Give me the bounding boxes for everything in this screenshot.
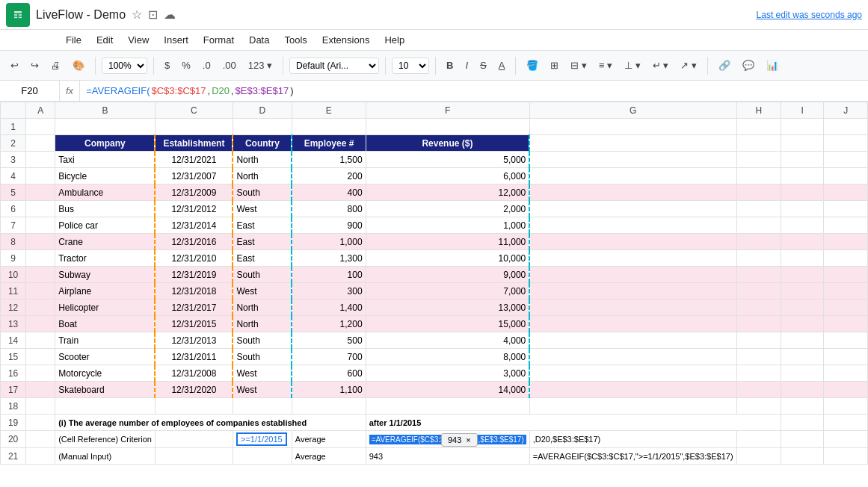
cell-J10[interactable] [824, 267, 868, 283]
align-btn[interactable]: ≡ ▾ [594, 58, 617, 73]
cell-A1[interactable] [26, 119, 55, 135]
cell-F15[interactable]: 8,000 [366, 349, 529, 365]
cell-ref-input[interactable] [0, 81, 60, 101]
criterion-input[interactable]: >=1/1/2015 [236, 432, 287, 446]
cell-J16[interactable] [824, 365, 868, 382]
cell-F11[interactable]: 7,000 [366, 283, 529, 300]
menu-tools[interactable]: Tools [278, 33, 313, 47]
cell-I4[interactable] [781, 168, 824, 184]
cell-G11[interactable] [529, 283, 736, 300]
cell-C18[interactable] [155, 398, 233, 415]
cell-D11[interactable]: West [233, 283, 292, 300]
cell-A8[interactable] [26, 234, 55, 250]
chart-btn[interactable]: 📊 [762, 58, 783, 73]
cell-H8[interactable] [736, 234, 781, 250]
cell-C14[interactable]: 12/31/2013 [155, 332, 233, 349]
cell-E4[interactable]: 200 [292, 168, 366, 184]
wrap-btn[interactable]: ↵ ▾ [648, 58, 674, 73]
cell-G10[interactable] [529, 267, 736, 283]
cell-F3[interactable]: 5,000 [366, 152, 529, 168]
cell-D15[interactable]: South [233, 349, 292, 365]
cell-H13[interactable] [736, 316, 781, 332]
cell-H10[interactable] [736, 267, 781, 283]
cell-G15[interactable] [529, 349, 736, 365]
cell-A3[interactable] [26, 152, 55, 168]
cell-I15[interactable] [781, 349, 824, 365]
cell-I8[interactable] [781, 234, 824, 250]
cell-C20[interactable] [155, 431, 233, 448]
cell-D18[interactable] [233, 398, 292, 415]
cell-D1[interactable] [233, 119, 292, 135]
cell-G17[interactable] [529, 382, 736, 398]
cell-G13[interactable] [529, 316, 736, 332]
cell-B12[interactable]: Helicopter [55, 300, 156, 316]
cell-E9[interactable]: 1,300 [292, 250, 366, 267]
bold-btn[interactable]: B [442, 58, 458, 73]
cell-D6[interactable]: West [233, 201, 292, 217]
decimal-less-btn[interactable]: .0 [198, 58, 215, 73]
merge-btn[interactable]: ⊟ ▾ [566, 58, 591, 73]
cell-E8[interactable]: 1,000 [292, 234, 366, 250]
cell-D14[interactable]: South [233, 332, 292, 349]
cell-J14[interactable] [824, 332, 868, 349]
decimal-more-btn[interactable]: .00 [218, 58, 241, 73]
cell-E11[interactable]: 300 [292, 283, 366, 300]
cell-B2-company[interactable]: Company [55, 135, 156, 152]
cell-A16[interactable] [26, 365, 55, 382]
cell-G9[interactable] [529, 250, 736, 267]
cell-E10[interactable]: 100 [292, 267, 366, 283]
cell-C7[interactable]: 12/31/2014 [155, 217, 233, 234]
cell-I6[interactable] [781, 201, 824, 217]
menu-view[interactable]: View [122, 33, 155, 47]
col-I[interactable]: I [781, 102, 824, 119]
cell-F13[interactable]: 15,000 [366, 316, 529, 332]
cell-D5[interactable]: South [233, 184, 292, 201]
cell-I11[interactable] [781, 283, 824, 300]
font-size-select[interactable]: 10 [392, 58, 429, 74]
link-btn[interactable]: 🔗 [714, 58, 735, 73]
cell-G1[interactable] [529, 119, 736, 135]
cell-A14[interactable] [26, 332, 55, 349]
cell-B11[interactable]: Airplane [55, 283, 156, 300]
cell-I2[interactable] [781, 135, 824, 152]
cell-C6[interactable]: 12/31/2012 [155, 201, 233, 217]
border-btn[interactable]: ⊞ [546, 58, 563, 73]
cell-G20[interactable]: ,D20,$E$3:$E$17) [529, 431, 736, 448]
cell-H1[interactable] [736, 119, 781, 135]
cell-J2[interactable] [824, 135, 868, 152]
cell-D16[interactable]: West [233, 365, 292, 382]
menu-insert[interactable]: Insert [158, 33, 194, 47]
cell-B4[interactable]: Bicycle [55, 168, 156, 184]
cell-B3[interactable]: Taxi [55, 152, 156, 168]
cell-C5[interactable]: 12/31/2009 [155, 184, 233, 201]
col-G[interactable]: G [529, 102, 736, 119]
cell-I21[interactable] [781, 448, 824, 465]
cell-D4[interactable]: North [233, 168, 292, 184]
cell-J17[interactable] [824, 382, 868, 398]
cell-H21[interactable] [736, 448, 781, 465]
cell-I14[interactable] [781, 332, 824, 349]
cell-I18[interactable] [781, 398, 824, 415]
cell-E3[interactable]: 1,500 [292, 152, 366, 168]
cell-H5[interactable] [736, 184, 781, 201]
cell-H4[interactable] [736, 168, 781, 184]
cell-A10[interactable] [26, 267, 55, 283]
cell-A5[interactable] [26, 184, 55, 201]
cell-A2[interactable] [26, 135, 55, 152]
cell-G12[interactable] [529, 300, 736, 316]
cell-G5[interactable] [529, 184, 736, 201]
cell-J9[interactable] [824, 250, 868, 267]
cell-E2-employee[interactable]: Employee # [292, 135, 366, 152]
col-H[interactable]: H [736, 102, 781, 119]
cell-B8[interactable]: Crane [55, 234, 156, 250]
cell-F18[interactable] [366, 398, 529, 415]
cell-A12[interactable] [26, 300, 55, 316]
cell-C21[interactable] [155, 448, 233, 465]
cell-B16[interactable]: Motorcycle [55, 365, 156, 382]
cell-B18[interactable] [55, 398, 156, 415]
col-A[interactable]: A [26, 102, 55, 119]
cell-E12[interactable]: 1,400 [292, 300, 366, 316]
cell-F17[interactable]: 14,000 [366, 382, 529, 398]
cell-D8[interactable]: East [233, 234, 292, 250]
cell-H3[interactable] [736, 152, 781, 168]
